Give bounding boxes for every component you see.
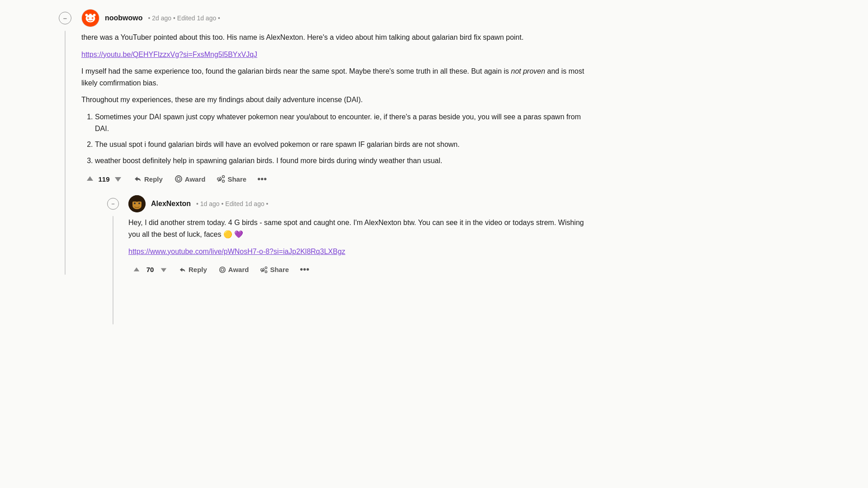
reply-share-label: Share <box>270 266 289 273</box>
reply-downvote-button[interactable] <box>157 264 170 276</box>
svg-point-24 <box>265 267 267 268</box>
para2-italic: not proven <box>511 67 545 75</box>
comment-thread: − <box>0 0 633 333</box>
svg-point-5 <box>85 14 88 17</box>
reply-avatar <box>128 195 146 212</box>
body-paragraph-3: Throughout my experiences, these are my … <box>81 94 597 106</box>
collapse-col: − <box>54 9 76 275</box>
top-comment: − <box>54 9 597 324</box>
list-item-2: The usual spot i found galarian birds wi… <box>95 139 597 150</box>
svg-point-8 <box>92 18 93 19</box>
thread-line <box>65 31 66 275</box>
reply-minus-icon: − <box>111 201 115 207</box>
award-button[interactable]: Award <box>170 172 210 186</box>
reply-vote-count: 70 <box>144 266 156 273</box>
vote-count: 119 <box>98 175 110 183</box>
reply-award-button[interactable]: Award <box>214 263 254 276</box>
share-button[interactable]: Share <box>212 172 251 186</box>
svg-rect-6 <box>89 14 92 15</box>
top-comment-content: noobwowo • 2d ago • Edited 1d ago • ther… <box>76 9 597 324</box>
reply-button[interactable]: Reply <box>129 172 167 186</box>
more-options-button[interactable]: ••• <box>254 172 270 186</box>
reply-upvote-button[interactable] <box>130 264 143 276</box>
list-item-3: weather boost definitely help in spawnin… <box>95 155 597 167</box>
svg-point-20 <box>134 202 136 204</box>
svg-point-10 <box>177 178 180 181</box>
svg-point-22 <box>220 267 225 272</box>
svg-point-4 <box>93 14 96 17</box>
svg-point-21 <box>138 202 140 204</box>
reply-username[interactable]: AlexNexton <box>151 200 191 208</box>
collapse-button[interactable]: − <box>59 12 71 24</box>
body-paragraph-2: I myself had the same experience too, fo… <box>81 66 597 89</box>
youtube-link-reply[interactable]: https://www.youtube.com/live/pWNosH7-o-8… <box>128 248 345 255</box>
findings-list: Sometimes your DAI spawn just copy whate… <box>95 111 597 166</box>
vote-group: 119 <box>81 172 127 186</box>
ellipsis-icon: ••• <box>257 174 267 184</box>
reply-ellipsis-icon: ••• <box>300 264 309 274</box>
award-label: Award <box>185 175 206 183</box>
reply-content: AlexNexton • 1d ago • Edited 1d ago • He… <box>123 195 597 286</box>
reply-meta: • 1d ago • Edited 1d ago • <box>196 200 269 207</box>
minus-icon: − <box>63 14 67 22</box>
svg-point-26 <box>261 268 263 270</box>
svg-point-25 <box>265 271 267 272</box>
reply-vote-group: 70 <box>128 263 172 277</box>
page: − <box>0 0 868 488</box>
youtube-link-1[interactable]: https://youtu.be/QEHYFlzzxVg?si=FxsMng5l… <box>81 51 257 58</box>
reply-award-label: Award <box>228 266 249 273</box>
upvote-button[interactable] <box>83 173 97 185</box>
username[interactable]: noobwowo <box>105 14 143 22</box>
reply-reply-label: Reply <box>189 266 207 273</box>
list-item-1: Sometimes your DAI spawn just copy whate… <box>95 111 597 134</box>
reply-header: AlexNexton • 1d ago • Edited 1d ago • <box>128 195 597 212</box>
comment-body: there was a YouTuber pointed about this … <box>81 32 597 166</box>
comment-meta: • 2d ago • Edited 1d ago • <box>148 14 221 22</box>
avatar <box>81 9 99 27</box>
svg-point-9 <box>175 176 182 182</box>
comment-header: noobwowo • 2d ago • Edited 1d ago • <box>81 9 597 27</box>
reply-body-text: Hey, I did another strem today. 4 G bird… <box>128 217 597 240</box>
svg-point-11 <box>222 176 225 178</box>
reply-text-content: Hey, I did another strem today. 4 G bird… <box>128 219 584 238</box>
action-bar-reply: 70 Repl <box>128 263 597 277</box>
body-paragraph-1: there was a YouTuber pointed about this … <box>81 32 597 43</box>
reply-share-button[interactable]: Share <box>256 263 293 276</box>
svg-point-7 <box>88 18 89 19</box>
reply-more-options-button[interactable]: ••• <box>296 263 313 277</box>
reply-collapse-col: − <box>103 195 123 324</box>
para2-before: I myself had the same experience too, fo… <box>81 67 511 75</box>
reply-label: Reply <box>144 175 163 183</box>
share-label: Share <box>227 175 246 183</box>
reply-collapse-button[interactable]: − <box>107 198 119 210</box>
reply-body: Hey, I did another strem today. 4 G bird… <box>128 217 597 257</box>
svg-point-23 <box>221 268 224 271</box>
reply-comment: − <box>103 195 597 324</box>
reply-reply-button[interactable]: Reply <box>175 263 212 276</box>
reply-thread-line <box>113 216 113 324</box>
downvote-button[interactable] <box>111 173 125 185</box>
svg-point-13 <box>217 178 220 180</box>
svg-point-12 <box>222 180 225 183</box>
action-bar-top: 119 Reply <box>81 172 597 186</box>
